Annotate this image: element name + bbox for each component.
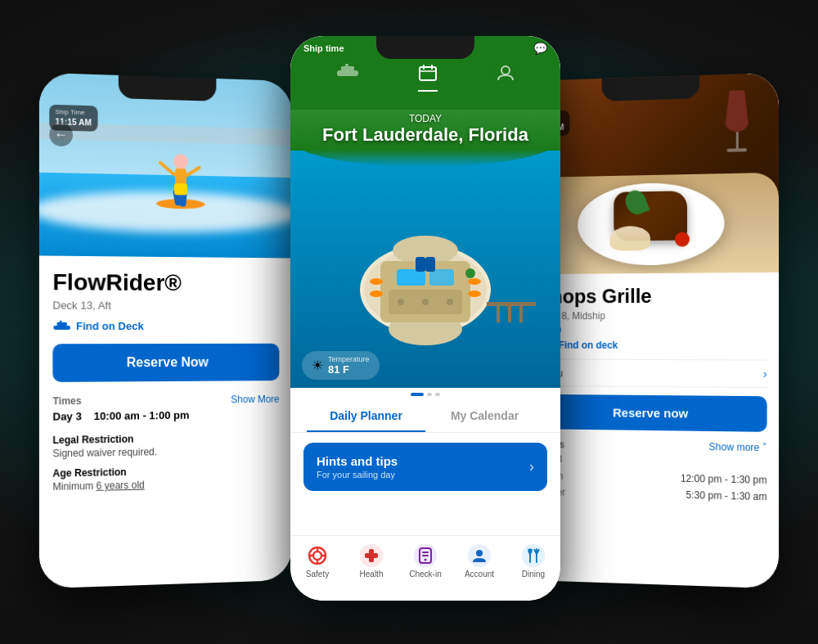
bottom-nav-bar: Safety Health [290,535,560,601]
restaurant-location: Deck 8, Midship [537,309,767,322]
nav-profile-icon[interactable] [497,64,515,92]
nav-item-dining[interactable]: Dining [506,544,560,579]
svg-point-36 [465,268,475,278]
scroll-dot-2 [427,393,432,396]
nav-calendar-icon[interactable] [418,64,438,92]
svg-point-49 [476,550,483,556]
ship-overhead-svg [344,208,507,347]
svg-rect-8 [53,325,70,329]
nav-account-label: Account [465,570,494,579]
svg-rect-13 [345,64,348,66]
left-phone-content: Ship Time 11:15 AM ← FlowRider® Deck 13,… [39,72,292,588]
nav-ship-icon[interactable] [336,64,359,92]
age-restriction-section: Age Restriction Minimum 6 years old [52,463,279,492]
show-more-link-left[interactable]: Show More [231,393,279,404]
scroll-dot-3 [435,393,440,396]
dining-times-list: Day 3 Lunch 12:00 pm - 1:30 pm Dinner 5:… [537,453,767,505]
mashed-potato [609,226,650,251]
center-phone-content: Ship time 7:41 AM 💬 [290,36,560,601]
day-label-right: Day 3 [537,453,767,468]
hints-chevron-icon: › [529,458,534,475]
dock-pier [487,302,536,306]
svg-rect-27 [416,257,425,272]
reserve-now-button-right[interactable]: Reserve now [537,394,767,431]
scroll-indicator [290,388,560,401]
hints-title: Hints and tips [317,454,398,468]
hints-subtitle: For your sailing day [317,470,398,480]
surfer-svg [152,109,209,216]
times-label: Times [52,394,81,407]
reserve-now-button[interactable]: Reserve Now [52,343,279,381]
hints-tips-card[interactable]: Hints and tips For your sailing day › [303,443,547,491]
temp-value: 81 F [328,363,370,376]
message-icon-center[interactable]: 💬 [533,42,547,55]
lunch-time: 12:00 pm - 1:30 pm [681,472,767,485]
wine-cup [725,90,750,132]
today-label: TODAY [409,113,442,124]
chops-grille-hero: ip time 30 PM [526,72,779,273]
svg-point-33 [468,278,481,285]
back-button-left[interactable]: ← [49,123,73,146]
right-phone-content: ip time 30 PM Chops Grille Deck 8, Midsh… [526,72,779,588]
wine-base [727,148,747,152]
svg-rect-11 [337,70,358,76]
temp-label: Temperature [328,355,370,363]
menu-chevron-icon: › [763,367,767,380]
open-status-badge: Open [537,322,767,334]
nav-dining-label: Dining [522,570,545,579]
safety-icon-container [306,544,329,567]
svg-point-29 [398,299,404,305]
nav-item-checkin[interactable]: Check-in [398,544,452,579]
svg-rect-44 [365,553,378,558]
right-body: Chops Grille Deck 8, Midship Open Find o… [526,272,779,516]
flowrider-title: FlowRider® [52,268,279,296]
flowrider-location: Deck 13, Aft [52,299,279,312]
phone-left: Ship Time 11:15 AM ← FlowRider® Deck 13,… [39,72,292,588]
life-ring-icon [308,546,327,565]
back-icon: ← [54,127,67,142]
nav-checkin-label: Check-in [409,570,441,579]
port-overlay: TODAY Fort Lauderdale, Florida [290,110,560,146]
temp-badge: ☀ Temperature 81 F [302,351,380,380]
svg-rect-47 [422,555,429,556]
nav-item-health[interactable]: Health [344,544,398,579]
svg-point-48 [425,558,427,561]
ship-time-label-center: Ship time [303,43,344,53]
menu-row[interactable]: Menu › [537,358,767,388]
times-header-right: Times Show more ˅ [537,438,767,453]
cherry-tomato [675,232,690,246]
svg-point-32 [370,278,383,285]
legal-label: Legal Restriction [52,431,279,446]
tab-my-calendar[interactable]: My Calendar [425,401,544,432]
legal-value: Signed waiver required. [52,444,279,458]
phone-right: ip time 30 PM Chops Grille Deck 8, Midsh… [526,72,779,588]
notch-right [602,74,700,101]
tab-daily-planner[interactable]: Daily Planner [307,401,425,432]
restaurant-title: Chops Grille [537,284,767,308]
nav-item-account[interactable]: Account [452,544,506,579]
dinner-time: 5:30 pm - 1:30 am [686,489,767,502]
svg-point-4 [173,154,187,169]
find-on-deck-button-right[interactable]: Find on deck [537,339,767,351]
svg-point-30 [422,299,429,305]
svg-point-18 [501,66,510,74]
health-icon-container [360,544,383,567]
svg-point-31 [447,299,453,305]
svg-point-38 [313,552,321,560]
notch-center [376,36,474,59]
phones-container: Ship Time 11:15 AM ← FlowRider® Deck 13,… [16,11,802,633]
nav-safety-label: Safety [306,570,329,579]
show-more-right[interactable]: Show more ˅ [709,441,767,453]
nav-item-safety[interactable]: Safety [290,544,344,579]
svg-point-35 [468,290,481,297]
find-on-deck-button-left[interactable]: Find on Deck [52,319,279,331]
scroll-dot-1 [411,393,424,396]
times-value-left: Day 3 10:00 am - 1:00 pm [52,408,279,422]
notch-left [119,74,217,101]
svg-rect-25 [429,269,454,286]
times-header-row: Times Show More [52,393,279,407]
health-cross-icon [363,547,380,564]
phone-center: Ship time 7:41 AM 💬 [290,36,560,601]
svg-point-34 [370,290,383,297]
svg-rect-46 [422,552,429,553]
